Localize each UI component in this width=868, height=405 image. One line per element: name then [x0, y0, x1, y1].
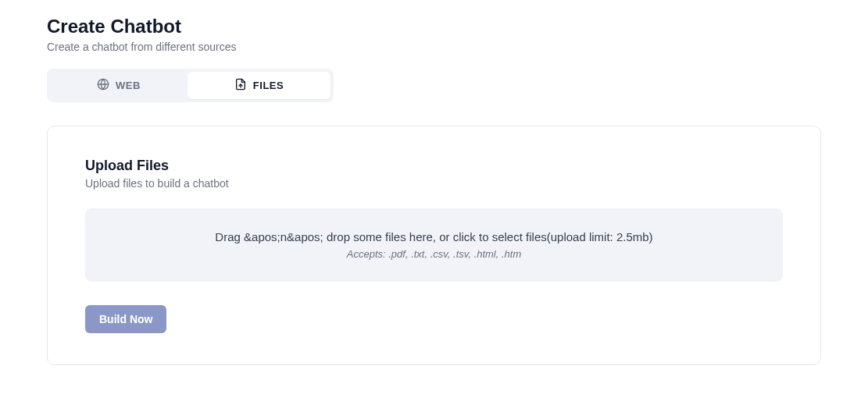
file-up-icon — [234, 78, 247, 93]
dropzone-instruction: Drag &apos;n&apos; drop some files here,… — [101, 230, 767, 243]
upload-card: Upload Files Upload files to build a cha… — [47, 126, 821, 365]
source-tabs: WEB FILES — [47, 69, 334, 102]
upload-title: Upload Files — [85, 158, 783, 174]
globe-icon — [97, 78, 109, 93]
tab-web-label: WEB — [116, 80, 141, 91]
build-now-button[interactable]: Build Now — [85, 305, 166, 333]
page-subtitle: Create a chatbot from different sources — [47, 41, 821, 53]
tab-files[interactable]: FILES — [188, 72, 330, 99]
tab-web[interactable]: WEB — [50, 72, 188, 99]
upload-subtitle: Upload files to build a chatbot — [85, 177, 783, 190]
tab-files-label: FILES — [253, 80, 284, 91]
dropzone-accepts: Accepts: .pdf, .txt, .csv, .tsv, .html, … — [101, 248, 767, 260]
file-dropzone[interactable]: Drag &apos;n&apos; drop some files here,… — [85, 208, 783, 282]
page-title: Create Chatbot — [47, 16, 821, 37]
